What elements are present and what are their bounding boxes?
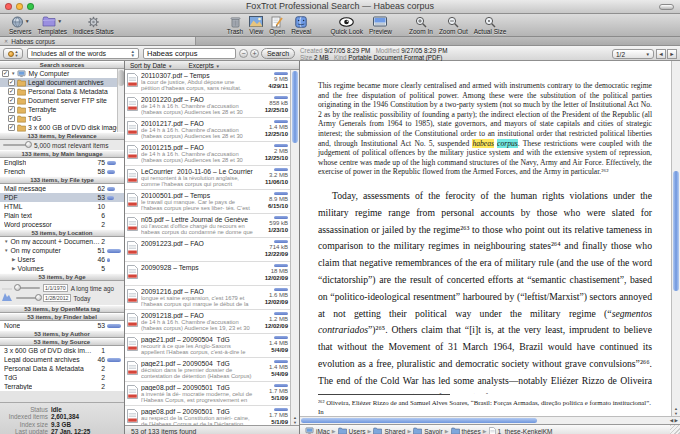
zoom-window-button[interactable] <box>27 3 34 10</box>
facet-row[interactable]: PDF53 <box>0 193 124 202</box>
remove-criterion-button[interactable]: − <box>239 49 248 58</box>
facet-row[interactable]: Plain text6 <box>0 211 124 220</box>
checkbox[interactable]: ✓ <box>8 79 15 86</box>
facet-row[interactable]: TdG2 <box>0 373 124 382</box>
result-item[interactable]: 20091216.pdf – FAOlongue et saine expans… <box>125 286 290 310</box>
trash-button[interactable]: Trash <box>227 15 243 35</box>
disclosure-triangle[interactable]: ▼ <box>4 239 8 244</box>
path-item[interactable]: Users <box>338 427 366 434</box>
disclosure-triangle[interactable]: ▶ <box>12 266 15 271</box>
path-item[interactable]: Shared <box>373 427 405 434</box>
disclosure-triangle[interactable]: ▼ <box>4 248 8 253</box>
templates-button[interactable]: ▼ Templates <box>37 15 67 35</box>
result-item[interactable]: 20101215.pdf – FAOde 14 h à 16 h. Chambr… <box>125 142 290 166</box>
scroll-arrows-icon[interactable]: ▲▼ <box>291 415 299 425</box>
tab-habeas-corpus[interactable]: ✕ Habeas corpus <box>0 37 196 45</box>
scrollbar-thumb[interactable] <box>301 418 537 423</box>
age-from-slider[interactable] <box>16 287 40 289</box>
facet-row[interactable]: Terrabyte2 <box>0 382 124 391</box>
excerpts-menu[interactable]: Excerpts ▼ <box>188 62 220 69</box>
result-item[interactable]: 20101217.pdf – FAOde 14 h à 16 h. Chambr… <box>125 118 290 142</box>
result-item[interactable]: 20100501.pdf – Tempsle travail qui manqu… <box>125 190 290 214</box>
scrollbar-thumb[interactable] <box>673 171 679 291</box>
toolbar-toggle-button[interactable] <box>659 4 674 10</box>
result-item[interactable]: 20091223.pdf – FAO714 kB12/22/09 <box>125 238 290 262</box>
preview-vertical-scrollbar[interactable]: ▲▼ <box>671 61 680 416</box>
facet-row[interactable]: 3 x 600 GB of DVD disk im…1 <box>0 346 124 355</box>
title-bar[interactable]: FoxTrot Professional Search — Habeas cor… <box>0 0 680 14</box>
facet-row[interactable]: ▶Users46 <box>0 255 124 264</box>
source-row[interactable]: ✓▼My Computer <box>0 69 117 78</box>
indices-status-button[interactable]: Indices Status <box>73 15 114 35</box>
facet-row[interactable]: English75 <box>0 158 124 167</box>
result-item[interactable]: 20091218.pdf – FAOde 14 h à 16 h. Chambr… <box>125 310 290 334</box>
reveal-button[interactable]: Reveal <box>291 15 311 35</box>
source-row[interactable]: ✓3 x 600 GB of DVD disk images <box>0 123 117 132</box>
tab-close-icon[interactable]: ✕ <box>4 38 8 44</box>
search-button[interactable]: Search <box>261 48 295 59</box>
source-row[interactable]: ✓TdG <box>0 114 117 123</box>
checkbox[interactable]: ✓ <box>2 70 9 77</box>
checkbox[interactable]: ✓ <box>8 115 15 122</box>
path-item[interactable]: Savoir <box>413 427 442 434</box>
path-item[interactable]: thèses <box>451 427 481 434</box>
facet-row[interactable]: ▼On my computer51 <box>0 246 124 255</box>
checkbox[interactable]: ✓ <box>8 88 15 95</box>
result-item[interactable]: page08.pdf – 20090501_TdGau respect de l… <box>125 406 290 425</box>
facet-row[interactable]: French58 <box>0 167 124 176</box>
result-item[interactable]: page21.pdf – 20090504_TdGrecourir à ce q… <box>125 334 290 358</box>
scrollbar-thumb[interactable] <box>292 71 298 143</box>
disclosure-triangle[interactable]: ▼ <box>11 71 15 76</box>
path-item[interactable]: 1_these-KenkelKM <box>489 427 553 434</box>
scroll-arrows-icon[interactable]: ▲▼ <box>672 406 680 416</box>
stepper-arrows-icon[interactable]: ▲▼ <box>15 50 19 58</box>
add-criterion-button[interactable]: + <box>250 49 259 58</box>
previous-page-button[interactable]: ◄ <box>656 49 666 59</box>
facet-row[interactable]: Personal Data & Metadata2 <box>0 364 124 373</box>
facet-row[interactable]: HTML10 <box>0 202 124 211</box>
view-button[interactable]: View <box>249 15 263 35</box>
source-row[interactable]: ✓Legal document archives <box>0 78 117 87</box>
results-scrollbar[interactable]: ▲▼ <box>290 70 299 425</box>
servers-button[interactable]: ▼ Servers <box>9 15 31 35</box>
sort-by-menu[interactable]: Sort by Date ▼ <box>130 62 172 69</box>
checkbox[interactable]: ✓ <box>8 97 15 104</box>
relevance-slider[interactable] <box>3 144 31 146</box>
disclosure-triangle[interactable]: ▶ <box>12 257 15 262</box>
result-item[interactable]: page08.pdf – 20090501_TdGa inventé la dé… <box>125 382 290 406</box>
facet-row[interactable]: Word processor2 <box>0 220 124 229</box>
source-row[interactable]: ✓Terrabyte <box>0 105 117 114</box>
minimize-window-button[interactable] <box>16 3 23 10</box>
facet-row[interactable]: Legal document archives46 <box>0 355 124 364</box>
result-item[interactable]: page21.pdf – 20090504_TdGdécision dans l… <box>125 358 290 382</box>
quick-look-button[interactable]: Quick Look <box>330 15 363 35</box>
facet-row[interactable]: Mail message62 <box>0 184 124 193</box>
result-item[interactable]: 20110307.pdf – Tempsla cour de justice, … <box>125 70 290 94</box>
close-window-button[interactable] <box>5 3 12 10</box>
actual-size-button[interactable]: Actual Size <box>474 15 507 35</box>
age-to-slider[interactable] <box>16 297 40 299</box>
zoom-out-button[interactable]: Zoom Out <box>439 15 468 35</box>
result-item[interactable]: 20101220.pdf – FAOde 14 h à 16 h. Chambr… <box>125 94 290 118</box>
checkbox[interactable]: ✓ <box>8 106 15 113</box>
source-row[interactable]: ✓Personal Data & Metadata <box>0 87 117 96</box>
checkbox[interactable]: ✓ <box>8 124 15 131</box>
next-page-button[interactable]: ► <box>667 49 677 59</box>
search-input[interactable]: Habeas corpus <box>143 48 236 59</box>
open-button[interactable]: Open <box>269 15 285 35</box>
facet-row[interactable]: ▼On my account + Document…2 <box>0 237 124 246</box>
source-row[interactable]: ✓Document server FTP site <box>0 96 117 105</box>
path-item[interactable]: iMac <box>305 427 330 434</box>
preview-horizontal-scrollbar[interactable]: ◀ ▶ <box>300 416 680 424</box>
page-selector[interactable]: 1/2 ▼ <box>612 49 654 59</box>
result-item[interactable]: LeCourrier_2010-11-06 – Le Courrierqui r… <box>125 166 290 190</box>
tree-scrollbar[interactable] <box>117 69 124 132</box>
match-mode-popup[interactable]: Includes all of the words ▲▼ <box>27 48 139 59</box>
preview-button[interactable]: Preview <box>369 15 392 35</box>
result-item[interactable]: 20090928 – Temps18 MB12/02/09 <box>125 262 290 286</box>
resize-grip[interactable] <box>670 425 680 434</box>
result-item[interactable]: n05.pdf – Lettre Journal de Genèveoù l'a… <box>125 214 290 238</box>
saved-search-button[interactable]: ▲▼ <box>3 48 23 59</box>
facet-row[interactable]: ▶Volumes5 <box>0 264 124 273</box>
facet-row[interactable]: None53 <box>0 321 124 330</box>
